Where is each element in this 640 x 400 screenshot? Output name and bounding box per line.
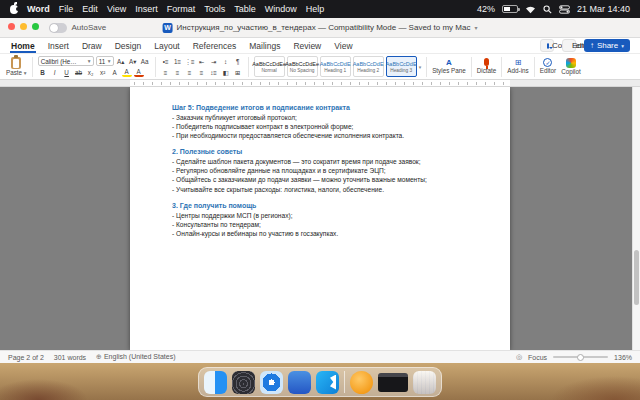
dock-icon-browser[interactable] <box>260 371 283 394</box>
tab-view[interactable]: View <box>333 39 353 53</box>
dock-icon-spiral-app[interactable] <box>232 371 255 394</box>
tab-mailings[interactable]: Mailings <box>248 39 281 53</box>
language-indicator[interactable]: ⊕ English (United States) <box>96 353 175 361</box>
sort-button[interactable]: ↕ <box>221 57 231 66</box>
wifi-icon[interactable] <box>525 5 536 14</box>
menu-view[interactable]: View <box>107 4 126 14</box>
doc-line: - Центры поддержки МСП (в регионах); <box>172 211 470 220</box>
borders-button[interactable]: ⊞ <box>233 68 243 77</box>
align-left-button[interactable]: ≡ <box>161 68 171 77</box>
multilevel-list-button[interactable]: ⋮≡ <box>185 57 195 66</box>
tab-draw[interactable]: Draw <box>81 39 103 53</box>
styles-pane-button[interactable]: A Styles Pane <box>432 59 466 75</box>
menubar-clock[interactable]: 21 Mar 14:40 <box>577 4 630 14</box>
close-window-button[interactable] <box>8 23 15 30</box>
shrink-font-button[interactable]: A▾ <box>128 57 138 66</box>
style-heading-3[interactable]: AaBbCcDdE Heading 3 <box>386 56 417 77</box>
dictate-button[interactable]: Dictate <box>477 58 497 75</box>
copilot-button[interactable]: Copilot <box>561 58 581 76</box>
tab-insert[interactable]: Insert <box>47 39 70 53</box>
shading-button[interactable]: ◧ <box>221 68 231 77</box>
search-icon[interactable] <box>543 5 552 14</box>
tab-review[interactable]: Review <box>292 39 322 53</box>
style-heading-1[interactable]: AaBbCcDdE Heading 1 <box>320 56 351 77</box>
text-effects-button[interactable]: A <box>110 68 120 77</box>
menu-window[interactable]: Window <box>265 4 297 14</box>
dock-icon-trash[interactable] <box>413 371 436 394</box>
menu-word[interactable]: Word <box>27 4 50 14</box>
align-right-button[interactable]: ≡ <box>185 68 195 77</box>
menu-edit[interactable]: Edit <box>82 4 98 14</box>
add-ins-button[interactable]: ⊞ Add-ins <box>507 59 528 75</box>
minimize-window-button[interactable] <box>20 23 27 30</box>
menu-format[interactable]: Format <box>167 4 196 14</box>
title-chevron-icon[interactable]: ▾ <box>474 24 477 31</box>
share-button[interactable]: ↑ Share ▾ <box>584 39 630 52</box>
outdent-button[interactable]: ⇤ <box>197 57 207 66</box>
subscript-button[interactable]: x₂ <box>86 68 96 77</box>
dock-icon-finder[interactable] <box>204 371 227 394</box>
fullscreen-window-button[interactable] <box>32 23 39 30</box>
dock-icon-blue-app[interactable] <box>288 371 311 394</box>
font-size-select[interactable]: 11▾ <box>96 56 114 66</box>
style-no-spacing[interactable]: AaBbCcDdEe No Spacing <box>287 56 318 77</box>
ruler[interactable] <box>0 80 640 87</box>
menu-help[interactable]: Help <box>306 4 325 14</box>
zoom-slider[interactable] <box>553 356 608 358</box>
numbering-button[interactable]: 1≡ <box>173 57 183 66</box>
menu-insert[interactable]: Insert <box>135 4 158 14</box>
comments-button[interactable]: Comments <box>540 39 554 52</box>
editor-button[interactable]: ✓ Editor <box>540 58 556 75</box>
bullets-button[interactable]: •≡ <box>161 57 171 66</box>
menu-tools[interactable]: Tools <box>204 4 225 14</box>
control-center-icon[interactable] <box>559 5 570 14</box>
focus-toggle[interactable]: Focus <box>528 354 547 361</box>
bold-button[interactable]: B <box>38 68 48 77</box>
align-center-button[interactable]: ≡ <box>173 68 183 77</box>
indent-button[interactable]: ⇥ <box>209 57 219 66</box>
change-case-button[interactable]: Aa <box>140 57 150 66</box>
strikethrough-button[interactable]: ab <box>74 68 84 77</box>
document-page[interactable]: Шаг 5: Подведение итогов и подписание ко… <box>130 87 510 350</box>
page-indicator[interactable]: Page 2 of 2 <box>8 354 44 361</box>
tab-layout[interactable]: Layout <box>153 39 181 53</box>
menu-file[interactable]: File <box>59 4 74 14</box>
scrollbar-thumb[interactable] <box>634 250 639 305</box>
zoom-level[interactable]: 136% <box>614 354 632 361</box>
ribbon-divider <box>471 57 472 77</box>
autosave-toggle[interactable] <box>49 23 67 33</box>
font-name-select[interactable]: Calibri (He…▾ <box>38 56 94 66</box>
italic-button[interactable]: I <box>50 68 60 77</box>
menu-table[interactable]: Table <box>234 4 256 14</box>
tab-references[interactable]: References <box>192 39 237 53</box>
vertical-scrollbar[interactable] <box>632 87 640 350</box>
apple-menu-icon[interactable] <box>10 5 18 14</box>
dock-minimized-window[interactable] <box>378 373 408 392</box>
zoom-slider-knob[interactable] <box>577 354 584 361</box>
line-spacing-button[interactable]: ↕≡ <box>209 68 219 77</box>
show-paragraph-marks-button[interactable]: ¶ <box>233 57 243 66</box>
doc-line: - Онлайн-курсы и вебинары по участию в г… <box>172 229 470 238</box>
underline-button[interactable]: U <box>62 68 72 77</box>
styles-gallery-more-button[interactable]: ▾ <box>419 64 422 70</box>
grow-font-button[interactable]: A▴ <box>116 57 126 66</box>
style-heading-2[interactable]: AaBbCcDdE Heading 2 <box>353 56 384 77</box>
font-group: Calibri (He…▾ 11▾ A▴ A▾ Aa B I U ab x₂ x… <box>38 56 150 77</box>
style-normal[interactable]: AaBbCcDdEe Normal <box>254 56 285 77</box>
ruler-ticks <box>130 80 510 86</box>
font-name-value: Calibri (He… <box>41 58 77 65</box>
tab-design[interactable]: Design <box>114 39 142 53</box>
autosave-control[interactable]: AutoSave <box>49 23 106 33</box>
font-color-button[interactable]: A <box>134 68 144 77</box>
status-bar: Page 2 of 2 301 words ⊕ English (United … <box>0 350 640 363</box>
dock-icon-orange-app[interactable] <box>350 371 373 394</box>
editing-mode-button[interactable]: Editing ▾ <box>562 39 576 52</box>
dock-icon-code-editor[interactable] <box>316 371 339 394</box>
superscript-button[interactable]: x² <box>98 68 108 77</box>
word-count[interactable]: 301 words <box>54 354 86 361</box>
highlight-color-button[interactable]: A <box>122 68 132 77</box>
tab-home[interactable]: Home <box>10 39 36 53</box>
ribbon-divider <box>426 57 427 77</box>
justify-button[interactable]: ≡ <box>197 68 207 77</box>
paste-button[interactable]: Paste ▾ <box>6 57 27 77</box>
